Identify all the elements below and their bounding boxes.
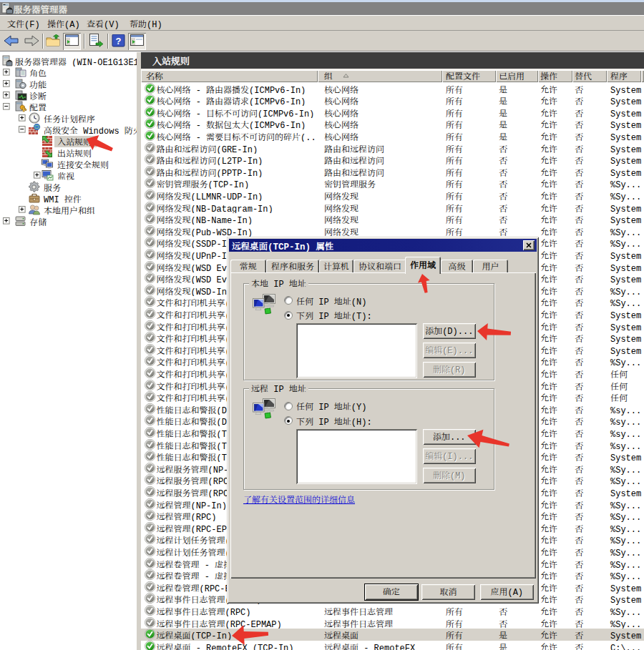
svg-text:?: ? [116,36,122,46]
